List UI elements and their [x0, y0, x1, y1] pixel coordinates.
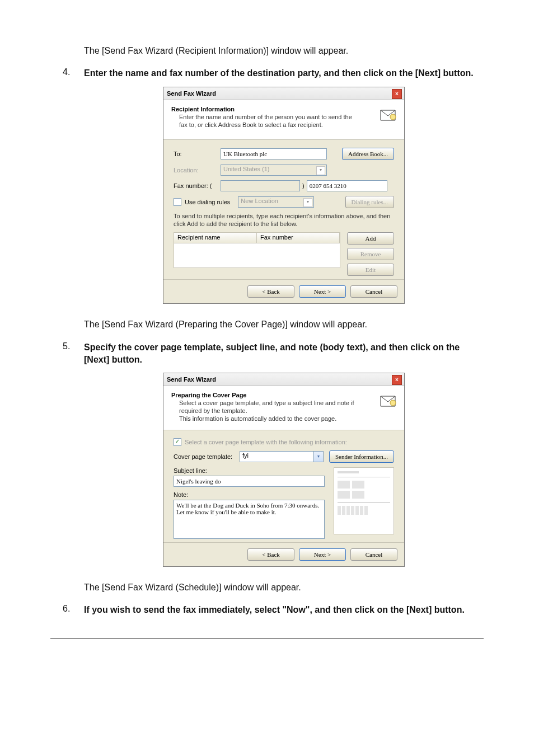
fax-icon [378, 392, 397, 411]
send-fax-wizard-recipient: Send Fax Wizard × Recipient Information … [163, 87, 405, 304]
select-template-checkbox [174, 438, 181, 446]
use-dialing-rules-label: Use dialing rules [185, 199, 230, 205]
step-number: 6. [63, 604, 70, 614]
chevron-down-icon: ▾ [316, 166, 325, 175]
recipient-list[interactable]: Recipient name Fax number [174, 232, 340, 268]
window-title: Send Fax Wizard [167, 90, 216, 97]
note-label: Note: [174, 491, 327, 498]
wizard-header: Recipient Information Enter the name and… [163, 100, 404, 140]
note-textarea[interactable]: We'll be at the Dog and Duck in Soho fro… [174, 500, 325, 539]
wizard-heading: Preparing the Cover Page [171, 392, 397, 398]
location-label: Location: [174, 167, 221, 173]
sender-information-button[interactable]: Sender Information... [329, 450, 394, 463]
wizard-footer: < Back Next > Cancel [163, 542, 404, 566]
step-4: 4. Enter the name and fax number of the … [50, 67, 484, 304]
send-fax-wizard-cover-page: Send Fax Wizard × Preparing the Cover Pa… [163, 373, 405, 566]
cancel-button[interactable]: Cancel [350, 285, 397, 298]
footer-rule [50, 638, 484, 639]
window-title: Send Fax Wizard [167, 376, 216, 383]
to-label: To: [174, 151, 221, 157]
close-icon[interactable]: × [392, 89, 402, 99]
wizard-body: To: Address Book... Location: United Sta… [163, 140, 404, 280]
svg-point-1 [390, 400, 396, 406]
paragraph: The [Send Fax Wizard (Recipient Informat… [50, 45, 484, 57]
fax-number-input[interactable] [307, 180, 387, 191]
column-recipient-name: Recipient name [174, 233, 257, 243]
add-button[interactable]: Add [347, 232, 394, 245]
wizard-header: Preparing the Cover Page Select a cover … [163, 386, 404, 430]
step-text: Specify the cover page template, subject… [84, 341, 484, 367]
step-text: Enter the name and fax number of the des… [84, 67, 484, 79]
paragraph: The [Send Fax Wizard (Schedule)] window … [50, 581, 484, 594]
template-label: Cover page template: [174, 453, 240, 460]
multi-recipient-note: To send to multiple recipients, type eac… [174, 213, 394, 228]
close-icon[interactable]: × [392, 375, 402, 385]
step-number: 4. [63, 67, 70, 77]
location-value: United States (1) [223, 166, 270, 172]
next-button[interactable]: Next > [299, 548, 346, 561]
step-text: If you wish to send the fax immediately,… [84, 604, 484, 616]
fax-area-input [221, 180, 300, 191]
to-input[interactable] [221, 148, 327, 159]
column-fax-number: Fax number [257, 233, 340, 243]
template-value: fyi [242, 452, 249, 459]
recipient-list-header: Recipient name Fax number [174, 233, 340, 243]
fax-paren: ) [300, 182, 307, 189]
subject-label: Subject line: [174, 467, 327, 474]
dialing-rules-button: Dialing rules... [345, 196, 394, 208]
edit-button: Edit [347, 264, 394, 276]
step-6: 6. If you wish to send the fax immediate… [50, 604, 484, 616]
wizard-footer: < Back Next > Cancel [163, 279, 404, 303]
cancel-button[interactable]: Cancel [350, 548, 397, 561]
address-book-button[interactable]: Address Book... [342, 148, 394, 160]
dialing-location-select: New Location ▾ [238, 196, 314, 208]
next-button[interactable]: Next > [299, 285, 346, 298]
fax-icon [378, 106, 397, 125]
step-number: 5. [63, 341, 70, 351]
back-button[interactable]: < Back [247, 285, 294, 298]
chevron-down-icon[interactable]: ▾ [313, 452, 323, 462]
svg-point-0 [390, 114, 396, 120]
window-titlebar: Send Fax Wizard × [163, 87, 404, 100]
paragraph: The [Send Fax Wizard (Preparing the Cove… [50, 318, 484, 331]
remove-button: Remove [347, 248, 394, 260]
step-5: 5. Specify the cover page template, subj… [50, 341, 484, 567]
wizard-body: Select a cover page template with the fo… [163, 430, 404, 542]
subject-input[interactable] [174, 476, 325, 487]
dialing-location-value: New Location [241, 198, 278, 204]
window-titlebar: Send Fax Wizard × [163, 373, 404, 386]
wizard-subheading: Select a cover page template, and type a… [171, 400, 358, 422]
back-button[interactable]: < Back [247, 548, 294, 561]
chevron-down-icon: ▾ [303, 198, 312, 207]
wizard-heading: Recipient Information [171, 106, 397, 112]
cover-page-preview [334, 467, 394, 534]
select-template-label: Select a cover page template with the fo… [185, 439, 347, 445]
fax-number-label: Fax number: ( [174, 182, 221, 189]
wizard-subheading: Enter the name and number of the person … [171, 114, 358, 129]
document-page: The [Send Fax Wizard (Recipient Informat… [0, 0, 534, 756]
use-dialing-rules-checkbox[interactable] [174, 198, 181, 206]
location-select: United States (1) ▾ [221, 165, 327, 176]
template-select[interactable]: fyi ▾ [240, 451, 324, 462]
